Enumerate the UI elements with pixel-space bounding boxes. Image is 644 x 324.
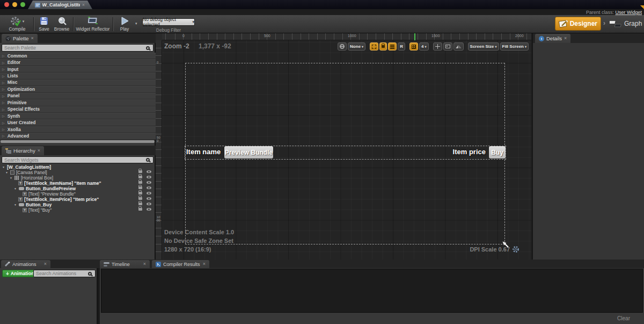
- compiler-results-log[interactable]: [101, 269, 643, 313]
- anchor-dropdown[interactable]: None▾: [348, 42, 365, 51]
- widget-reflector-button[interactable]: Widget Reflector: [76, 16, 110, 32]
- palette-category[interactable]: ▷Synth: [0, 113, 156, 119]
- palette-category[interactable]: ▷Input: [0, 66, 156, 73]
- raw-edit-toggle[interactable]: R: [398, 42, 405, 51]
- palette-category[interactable]: ▷User Created: [0, 119, 156, 126]
- expander-icon[interactable]: ▼: [14, 203, 17, 206]
- clear-log-button[interactable]: Clear: [617, 315, 630, 321]
- save-button[interactable]: Save: [36, 16, 52, 32]
- visibility-eye-icon[interactable]: [147, 192, 151, 195]
- lock-icon[interactable]: [138, 203, 142, 205]
- play-button[interactable]: Play: [116, 16, 133, 32]
- close-tab-icon[interactable]: ×: [82, 3, 85, 8]
- add-animation-button[interactable]: + Animation: [2, 270, 38, 277]
- lock-icon[interactable]: [138, 176, 142, 178]
- visibility-eye-icon[interactable]: [147, 186, 151, 189]
- maximize-window-icon[interactable]: [20, 2, 25, 7]
- close-tab-icon[interactable]: ×: [38, 148, 40, 153]
- tab-details[interactable]: i Details ×: [535, 34, 570, 43]
- preview-background-button[interactable]: [443, 42, 452, 51]
- palette-category[interactable]: ▷Lists: [0, 73, 156, 79]
- expander-icon[interactable]: ▷: [2, 81, 5, 84]
- hierarchy-node-textblock-itemprice[interactable]: T [TextBlock_ItemPrice] "Item price": [0, 197, 156, 202]
- grid-snapping-toggle[interactable]: [409, 42, 418, 51]
- expander-icon[interactable]: ▷: [2, 54, 5, 57]
- expander-icon[interactable]: ▷: [2, 74, 5, 78]
- palette-search[interactable]: [2, 44, 153, 52]
- designer-mode-button[interactable]: Designer: [555, 17, 601, 31]
- canvas-preview-bundle-button[interactable]: Preview Bundle: [224, 146, 273, 159]
- close-tab-icon[interactable]: ×: [564, 36, 567, 41]
- lock-icon[interactable]: [138, 208, 142, 211]
- tab-timeline[interactable]: Timeline ×: [100, 260, 150, 268]
- visibility-eye-icon[interactable]: [147, 197, 151, 200]
- parent-class-link[interactable]: User Widget: [615, 10, 642, 15]
- palette-category[interactable]: ▷Common: [0, 53, 156, 59]
- hierarchy-node-horizontal-box[interactable]: ▼ [Horizontal Box]: [0, 175, 156, 181]
- hierarchy-node-textblock-itemname[interactable]: T [TextBlock_ItemName] "Item name": [0, 181, 156, 186]
- dpi-settings-gear-icon[interactable]: [512, 246, 519, 253]
- expander-icon[interactable]: ▷: [2, 127, 5, 131]
- asset-tab[interactable]: W_CatalogListItem ×: [28, 1, 92, 9]
- lock-icon[interactable]: [138, 170, 142, 173]
- palette-category[interactable]: ▷Primitive: [0, 99, 156, 106]
- expander-icon[interactable]: ▷: [2, 100, 5, 104]
- canvas-item-name-text[interactable]: Item name: [186, 148, 221, 156]
- palette-category[interactable]: ▷Panel: [0, 93, 156, 99]
- canvas-item-price-text[interactable]: Item price: [445, 148, 486, 156]
- palette-category[interactable]: ▷Special Effects: [0, 106, 156, 113]
- fill-screen-dropdown[interactable]: Fill Screen▾: [500, 42, 529, 51]
- flip-preview-button[interactable]: [453, 42, 464, 51]
- expander-icon[interactable]: ▷: [2, 94, 5, 98]
- graph-mode-button[interactable]: Graph: [610, 17, 642, 31]
- compile-options-caret-icon[interactable]: ▾: [23, 19, 25, 24]
- visibility-eye-icon[interactable]: [147, 203, 151, 205]
- canvas-buy-button[interactable]: Buy: [489, 146, 506, 159]
- show-outlines-toggle[interactable]: [370, 42, 378, 51]
- respect-locks-toggle[interactable]: [379, 42, 387, 51]
- hierarchy-node-canvas-panel[interactable]: ▼ [Canvas Panel]: [0, 170, 156, 175]
- hierarchy-node-text-buy[interactable]: T [Text] "Buy": [0, 207, 156, 213]
- expander-icon[interactable]: ▼: [14, 187, 17, 190]
- screen-size-dropdown[interactable]: Screen Size▾: [468, 42, 499, 51]
- expander-icon[interactable]: ▷: [2, 67, 5, 71]
- hierarchy-search[interactable]: [2, 156, 153, 163]
- lock-icon[interactable]: [138, 186, 142, 189]
- visibility-eye-icon[interactable]: [147, 208, 151, 211]
- hierarchy-node-button-buy[interactable]: ▼ Button_Buy: [0, 202, 156, 207]
- play-options-caret-icon[interactable]: ▾: [135, 21, 137, 26]
- hierarchy-search-input[interactable]: [2, 157, 146, 163]
- close-tab-icon[interactable]: ×: [44, 262, 47, 267]
- snap-grid-size-dropdown[interactable]: 4▾: [419, 42, 428, 51]
- palette-category[interactable]: ▷Optimization: [0, 86, 156, 92]
- visibility-eye-icon[interactable]: [147, 181, 151, 184]
- palette-category[interactable]: ▷Xsolla: [0, 126, 156, 133]
- close-window-icon[interactable]: [4, 2, 9, 7]
- minimize-window-icon[interactable]: [12, 2, 17, 7]
- expander-icon[interactable]: ▷: [2, 114, 5, 118]
- expander-icon[interactable]: ▷: [2, 134, 5, 138]
- close-tab-icon[interactable]: ×: [203, 262, 206, 267]
- expander-icon[interactable]: ▷: [2, 107, 5, 111]
- designer-viewport[interactable]: 0 500 1000 1500 2000 0 500 1000 Zoom -2 …: [156, 33, 531, 260]
- animations-search[interactable]: [33, 270, 96, 277]
- expander-icon[interactable]: ▷: [2, 87, 5, 91]
- palette-category[interactable]: ▷Misc: [0, 80, 156, 86]
- palette-search-input[interactable]: [2, 45, 146, 51]
- hierarchy-node-root[interactable]: ▼ [W_CatalogListItem]: [0, 164, 156, 170]
- hierarchy-node-button-bundlepreview[interactable]: ▼ Button_BundlePreview: [0, 186, 156, 191]
- debug-object-dropdown[interactable]: No debug object selected ▾: [142, 18, 195, 26]
- visibility-eye-icon[interactable]: [147, 176, 151, 178]
- close-tab-icon[interactable]: ×: [31, 36, 34, 41]
- tab-hierarchy[interactable]: Hierarchy ×: [2, 146, 44, 155]
- expander-icon[interactable]: ▼: [2, 165, 5, 169]
- animations-search-input[interactable]: [34, 271, 88, 276]
- lock-icon[interactable]: [138, 181, 142, 184]
- palette-category[interactable]: ▷Advanced: [0, 133, 156, 139]
- lock-icon[interactable]: [138, 192, 142, 195]
- localization-preview-button[interactable]: [338, 42, 347, 51]
- tab-palette[interactable]: Palette ×: [2, 34, 38, 43]
- tab-animations[interactable]: Animations ×: [1, 260, 50, 268]
- expander-icon[interactable]: ▷: [2, 121, 5, 125]
- visibility-eye-icon[interactable]: [147, 170, 151, 173]
